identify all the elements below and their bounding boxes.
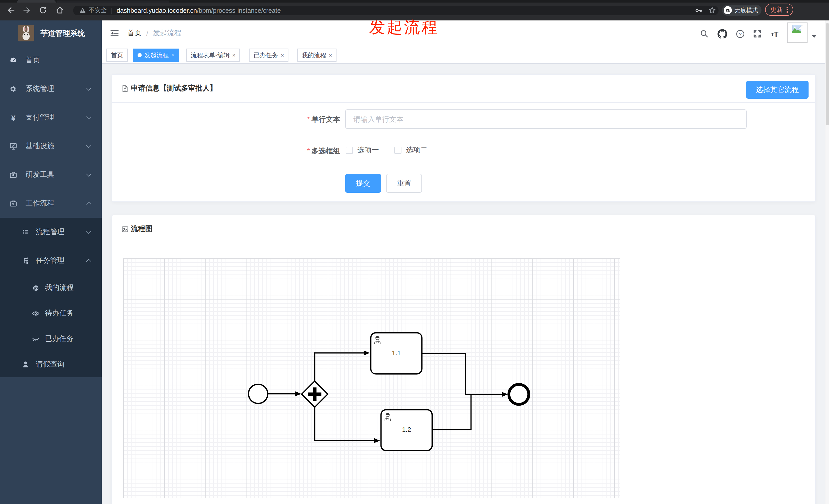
sidebar-item-payment[interactable]: ¥ 支付管理 [0,103,102,132]
flow-gateway-to-task2 [315,407,374,440]
chevron-down-icon [86,171,91,177]
close-icon[interactable]: × [281,52,284,58]
tab-form-edit[interactable]: 流程表单-编辑× [186,48,240,62]
top-navbar: 首页 / 发起流程 ? тT [102,21,829,46]
sidebar-item-workflow[interactable]: 工作流程 [0,189,102,218]
chevron-down-icon [86,143,91,148]
url-bar[interactable]: 不安全 dashboard.yudao.iocoder.cn/bpm/proce… [73,6,719,15]
sidebar-item-task-mgmt[interactable]: 任务管理 [0,246,102,275]
sidebar-item-home[interactable]: 首页 [0,46,102,75]
browser-active-tab[interactable] [17,0,56,3]
submit-button[interactable]: 提交 [345,174,381,193]
browser-update-button[interactable]: 更新 [765,4,793,16]
sidebar-item-devtools[interactable]: 研发工具 [0,160,102,189]
browser-tab-strip [0,0,829,3]
incognito-icon [724,6,732,14]
bpmn-start-event[interactable] [249,384,268,403]
sidebar-item-system[interactable]: 系统管理 [0,75,102,103]
password-key-icon[interactable] [693,5,704,15]
tab-home[interactable]: 首页 [106,48,128,62]
sidebar: 芋道管理系统 首页 系统管理 ¥ 支付管理 [0,21,102,504]
fullscreen-icon[interactable] [752,29,762,39]
close-icon[interactable]: × [329,52,332,58]
browser-background-tab[interactable] [57,1,169,3]
url-divider [111,7,111,13]
eye-closed-icon [32,335,40,343]
url-path: /bpm/process-instance/create [197,7,281,14]
breadcrumb: 首页 / 发起流程 [127,29,182,38]
search-icon[interactable] [699,29,709,39]
breadcrumb-home[interactable]: 首页 [127,29,142,38]
face-icon [32,284,40,292]
bpmn-canvas[interactable]: 1.1 1.2 [123,258,620,498]
tab-start-process[interactable]: 发起流程× [133,48,179,62]
bookmark-star-icon[interactable] [707,5,717,15]
process-diagram-card: 流程图 [111,215,816,504]
diagram-header: 流程图 [112,215,815,243]
gear-icon [9,85,17,93]
main-area: 首页 / 发起流程 ? тT [102,21,829,504]
github-icon[interactable] [717,29,727,39]
svg-text:?: ? [739,31,742,37]
page-annotation: 发起流程 [369,17,439,38]
list-icon [22,228,30,236]
browser-home-icon[interactable] [55,5,65,15]
update-label: 更新 [770,5,783,14]
chevron-up-icon [86,259,91,264]
page-scrollbar[interactable] [825,21,829,504]
tab-my-process[interactable]: 我的流程× [297,48,337,62]
reset-button[interactable]: 重置 [386,174,422,193]
sidebar-item-process-mgmt[interactable]: 流程管理 [0,218,102,246]
gateway-plus-icon [313,387,316,401]
flow-gateway-to-task1 [315,353,364,381]
checkbox-icon[interactable] [346,147,353,154]
caret-down-icon[interactable] [812,35,817,38]
browser-forward-icon[interactable] [22,5,32,15]
sidebar-submenu: 流程管理 任务管理 我的流程 待办任务 已办 [0,218,102,377]
close-icon[interactable]: × [232,52,236,58]
url-host: dashboard.yudao.iocoder.cn [117,7,197,14]
flow-task2-out [432,395,471,430]
browser-menu-icon[interactable] [787,7,788,13]
checkbox-option-2[interactable]: 选项二 [394,143,428,157]
flow-task1-out [422,353,465,394]
tab-done-tasks[interactable]: 已办任务× [249,48,289,62]
dashboard-icon [9,56,17,65]
apply-info-title: 申请信息【测试多审批人】 [131,84,217,93]
bpmn-end-event[interactable] [509,384,529,404]
browser-refresh-icon[interactable] [38,5,48,15]
checkbox-option-1[interactable]: 选项一 [346,143,379,157]
scrollbar-thumb[interactable] [826,23,829,125]
incognito-badge: 无痕模式 [722,5,761,16]
checkbox-icon[interactable] [394,147,401,154]
chevron-down-icon [86,229,91,234]
choose-other-process-button[interactable]: 选择其它流程 [746,81,808,99]
chevron-up-icon [86,202,91,207]
sidebar-collapse-icon[interactable] [109,28,120,38]
sidebar-item-infrastructure[interactable]: 基础设施 [0,132,102,160]
bpmn-diagram: 1.1 1.2 [123,258,620,498]
logo-avatar [18,25,34,41]
sidebar-item-todo-tasks[interactable]: 待办任务 [0,301,102,326]
apply-info-header: 申请信息【测试多审批人】 选择其它流程 [112,75,815,103]
security-label: 不安全 [88,6,107,15]
close-icon[interactable]: × [171,52,175,58]
font-size-icon[interactable]: тT [770,29,780,39]
user-avatar[interactable] [787,23,807,43]
sidebar-logo[interactable]: 芋道管理系统 [0,21,102,46]
single-line-text-input[interactable] [345,109,747,129]
yen-icon: ¥ [9,114,17,122]
app-title: 芋道管理系统 [40,28,85,38]
sidebar-item-done-tasks[interactable]: 已办任务 [0,326,102,352]
screenshot-root: 不安全 dashboard.yudao.iocoder.cn/bpm/proce… [0,0,829,504]
eye-icon [32,309,40,317]
task2-label: 1.2 [402,426,411,433]
browser-back-icon[interactable] [6,5,16,15]
help-icon[interactable]: ? [735,29,745,39]
sidebar-item-my-process[interactable]: 我的流程 [0,275,102,301]
active-dot-icon [138,53,142,57]
task1-label: 1.1 [392,349,401,356]
picture-icon [121,225,129,233]
sidebar-item-leave-query[interactable]: 请假查询 [0,352,102,377]
tree-icon [22,257,30,265]
